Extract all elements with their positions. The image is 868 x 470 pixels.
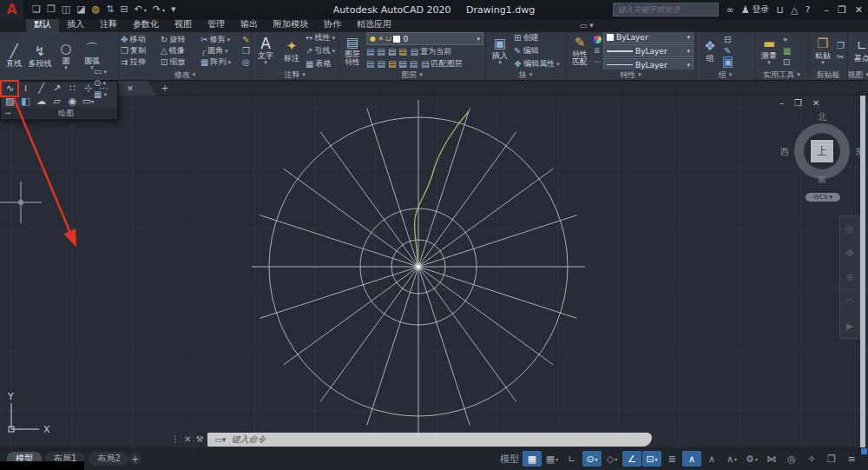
dimension-button[interactable]: ✦ 标注 [279, 39, 304, 63]
viewcube-west[interactable]: 西 [780, 146, 789, 158]
layer-dropdown[interactable]: ●☀⊔ 0 ▾ [366, 32, 483, 45]
donut-icon[interactable]: ◉ [65, 96, 80, 108]
paste-button[interactable]: ❒ 粘贴 ▾ [811, 36, 835, 65]
hatch-tool-icon[interactable]: ▦▾ [94, 89, 107, 99]
hatch-icon[interactable]: ▨ [3, 96, 17, 108]
file-tab-close-icon[interactable]: ✕ [127, 84, 134, 93]
stretch-button[interactable]: ⇉ 拉伸 [121, 56, 161, 68]
spline-fit-icon[interactable]: ∿ [3, 83, 17, 95]
layer-thaw-all-icon[interactable]: ▤ [377, 59, 385, 69]
annotation-monitor-icon[interactable]: ⋈ [762, 451, 781, 467]
set-current-layer-button[interactable]: ▤ 置为当前 [411, 46, 451, 57]
help-search-input[interactable] [613, 3, 719, 17]
graphics-performance-icon[interactable]: ✧ [802, 451, 821, 467]
command-line-grip[interactable]: ⋮ [171, 434, 180, 444]
rectangle-tool-icon[interactable]: ▭▾ [94, 67, 107, 76]
restore-button[interactable]: ❐ [838, 4, 846, 16]
match-layer-button[interactable]: ▤ 匹配图层 [421, 58, 462, 70]
open-file-icon[interactable]: ❐ [47, 0, 56, 19]
close-button[interactable]: ✕ [855, 4, 863, 16]
linear-dimension-button[interactable]: ↔线性▾ [306, 32, 335, 43]
layout2-tab[interactable]: 布局2 [89, 452, 128, 466]
snap-toggle[interactable]: ▦▾ [542, 451, 562, 467]
grid-toggle[interactable]: ▦ [523, 451, 542, 467]
new-file-icon[interactable]: ❏ [32, 0, 41, 19]
wipeout-icon[interactable]: ▱ [49, 96, 64, 108]
id-point-icon[interactable]: ⊡ [783, 57, 791, 67]
leader-button[interactable]: ↗引线▾ [306, 45, 335, 56]
gradient-icon[interactable]: ◧ [18, 96, 33, 108]
otrack-toggle[interactable]: ∠ [622, 451, 641, 467]
measure-button[interactable]: ▬ 测量 ▾ [757, 36, 781, 65]
explode-icon[interactable]: ❐ [242, 46, 250, 56]
ungroup-icon[interactable]: ⊟ [724, 35, 732, 44]
doc-close-icon[interactable]: ✕ [812, 98, 819, 108]
doc-restore-icon[interactable]: ❐ [794, 98, 802, 108]
rotate-button[interactable]: ↻ 旋转 [161, 34, 201, 45]
construction-line-icon[interactable]: ╱ [34, 83, 49, 95]
osnap-toggle[interactable]: ⊡▾ [642, 451, 661, 467]
mirror-button[interactable]: △ 镜像 [161, 45, 201, 56]
flyout-pin-icon[interactable]: ⊸ [1, 109, 15, 117]
polar-toggle[interactable]: ⊙▾ [582, 451, 602, 467]
text-button[interactable]: A 文字 ▾ [253, 36, 278, 65]
array-button[interactable]: ▦ 阵列 ▾ [201, 56, 240, 68]
quick-select-icon[interactable]: ⌖ [783, 35, 791, 44]
copy-button[interactable]: ❐ 复制 [121, 45, 161, 56]
orbit-icon[interactable]: ◠ [845, 296, 854, 308]
search-binoculars-icon[interactable]: ∞ [726, 4, 733, 16]
customization-icon[interactable]: ≡ [842, 451, 861, 467]
command-line-close-icon[interactable]: ✕ [184, 434, 191, 444]
minimize-button[interactable]: – [824, 4, 829, 16]
layer-off-icon[interactable]: ▤ [366, 47, 374, 56]
wcs-menu[interactable]: WCS▾ [806, 193, 840, 202]
annotation-panel-label[interactable]: 注释▾ [252, 70, 338, 80]
ortho-toggle[interactable]: ∟ [562, 451, 582, 467]
copy-clip-icon[interactable]: ❐ [837, 41, 845, 50]
new-drawing-tab-button[interactable]: + [160, 83, 170, 94]
viewcube-north[interactable]: 北 [784, 111, 860, 123]
layer-properties-button[interactable]: ▤ 图层 特性 [340, 36, 365, 66]
draw-panel-label[interactable]: 绘图 [15, 108, 117, 119]
quick-calc-icon[interactable]: ▦ [783, 46, 791, 56]
zoom-icon[interactable]: ⊕ [845, 272, 853, 283]
ellipse-tool-icon[interactable]: ⊙▾ [94, 78, 107, 88]
block-create-button[interactable]: ⊞创建 [514, 32, 559, 43]
command-line-customize-icon[interactable]: ⚒ [195, 434, 203, 444]
lineweight-toggle[interactable]: ≣ [662, 451, 681, 467]
trim-button[interactable]: ✂ 修剪 ▾ [201, 34, 240, 45]
recent-commands-icon[interactable]: ▭▾ [214, 435, 226, 444]
undo-icon[interactable]: ↶ ▾ [135, 0, 147, 20]
redo-icon[interactable]: ↷ ▾ [153, 0, 165, 20]
layer-unisolate-icon[interactable]: ▤ [366, 59, 374, 69]
match-properties-button[interactable]: ✎ 特性 匹配 [568, 36, 592, 66]
help-icon[interactable]: ? [806, 4, 811, 16]
qat-menu-icon[interactable]: ▾ [171, 0, 176, 19]
circle-button[interactable]: ○ 圆 ▾ [54, 42, 78, 70]
utilities-panel-label[interactable]: 实用工具▾ [755, 70, 808, 80]
save-icon[interactable]: ◫ [62, 0, 70, 19]
isodraft-toggle[interactable]: ◇▾ [602, 451, 621, 467]
erase-icon[interactable]: ✎ [242, 35, 250, 44]
layer-prev-icon[interactable]: ▤ [410, 59, 418, 69]
fillet-button[interactable]: ╭ 圆角 ▾ [201, 45, 240, 56]
navigation-wheel-icon[interactable]: ◎ [845, 223, 854, 235]
autocad-logo[interactable]: A [0, 0, 23, 19]
ribbon-display-toggle[interactable]: ▭ ▾ [580, 21, 594, 30]
view-panel-label[interactable]: 视图▾ [848, 70, 868, 80]
new-layout-button[interactable]: + [129, 453, 141, 465]
line-button[interactable]: ╱ 直线 [2, 44, 26, 68]
save-as-icon[interactable]: ◪ [76, 0, 85, 19]
vertical-scrollbar[interactable] [860, 96, 865, 447]
object-color-dropdown[interactable]: ByLayer▾ [603, 32, 694, 43]
viewcube-top-face[interactable]: 上 [811, 140, 833, 162]
group-selection-icon[interactable]: ▣ [724, 57, 732, 67]
layer-unlock2-icon[interactable]: ▤ [388, 59, 396, 69]
autodesk-alert-icon[interactable]: △ [791, 4, 798, 16]
properties-panel-label[interactable]: 特性▾ [566, 70, 695, 80]
workspace-switch-icon[interactable]: ⚙▾ [742, 451, 761, 467]
model-space-toggle[interactable]: 模型 [497, 451, 522, 467]
drawing-canvas[interactable]: XY – ❐ ✕ 北 上 西 东 南 WCS▾ ◎✥⊕◠▶ [0, 96, 868, 447]
command-input-bar[interactable]: ▭▾ 键入命令 [207, 433, 652, 447]
block-panel-label[interactable]: 块▾ [486, 70, 565, 80]
